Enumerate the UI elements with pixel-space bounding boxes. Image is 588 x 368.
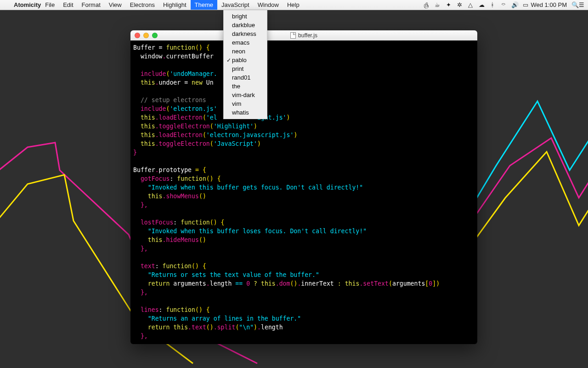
theme-option-vim[interactable]: vim [224, 99, 267, 108]
code-line: return this.text().split("\n").length [133, 323, 475, 332]
app-name[interactable]: Atomicity [14, 1, 41, 8]
theme-option-label: the [232, 83, 240, 90]
theme-option-print[interactable]: print [224, 64, 267, 73]
code-line: this.showMenus() [133, 192, 475, 201]
app-menus: FileEditFormatViewElectronsHighlightThem… [41, 0, 303, 10]
theme-option-darkblue[interactable]: darkblue [224, 21, 267, 29]
menu-view[interactable]: View [105, 0, 126, 10]
code-line [133, 87, 475, 96]
cloud-icon[interactable]: ☁︎ [478, 1, 485, 8]
code-line: include('undoManager. [133, 69, 475, 78]
theme-option-label: emacs [232, 39, 249, 46]
menu-edit[interactable]: Edit [59, 0, 77, 10]
code-line: window.currentBuffer [133, 52, 475, 61]
code-line: this.hideMenus() [133, 236, 475, 244]
code-line: "Invoked when this buffer gets focus. Do… [133, 183, 475, 192]
code-line: this.undoer = new Un [133, 78, 475, 87]
theme-option-darkness[interactable]: darkness [224, 29, 267, 38]
theme-option-label: whatis [232, 109, 249, 116]
theme-option-neon[interactable]: neon [224, 47, 267, 56]
theme-option-vim-dark[interactable]: vim-dark [224, 91, 267, 99]
clock[interactable]: Wed 1:00 PM [531, 1, 567, 8]
menu-highlight[interactable]: Highlight [159, 0, 191, 10]
code-line [133, 209, 475, 218]
window-titlebar[interactable]: buffer.js [130, 30, 477, 40]
code-line: include('electron.js' [133, 104, 475, 113]
theme-option-label: vim [232, 100, 241, 107]
code-line: this.loadElectron('electron.javascript.j… [133, 131, 475, 139]
theme-option-emacs[interactable]: emacs [224, 38, 267, 47]
document-icon [290, 32, 296, 39]
key-icon[interactable]: ✦ [445, 1, 452, 8]
theme-option-label: print [232, 65, 243, 72]
code-line [133, 157, 475, 166]
theme-option-whatis[interactable]: whatis [224, 108, 267, 117]
menu-javascript[interactable]: JavaScript [217, 0, 254, 10]
puzzle-icon[interactable]: ✲ [456, 1, 463, 8]
volume-icon[interactable]: 🔊 [511, 1, 518, 8]
window-title: buffer.js [298, 32, 317, 39]
status-tray: ௹☕︎✦✲△☁︎ᚼ⌔🔊▭ [423, 1, 529, 9]
code-line: lostFocus: function() { [133, 218, 475, 227]
code-line [133, 61, 475, 69]
theme-option-rand01[interactable]: rand01 [224, 73, 267, 82]
theme-option-label: vim-dark [232, 92, 255, 98]
code-line: "Invoked when this buffer loses focus. D… [133, 227, 475, 236]
code-line: this.toggleElectron('Highlight') [133, 122, 475, 131]
code-line: text: function() { [133, 262, 475, 270]
code-line: "Returns or sets the text value of the b… [133, 270, 475, 279]
theme-option-pablo[interactable]: pablo [224, 56, 267, 64]
bluetooth-icon[interactable]: ᚼ [489, 1, 496, 8]
theme-option-label: bright [232, 13, 247, 20]
code-line: }, [133, 201, 475, 209]
code-line: Buffer.prototype = { [133, 166, 475, 174]
checkmark-icon [226, 57, 232, 63]
spotlight-icon[interactable]: 🔍 [571, 1, 579, 8]
code-line: lines: function() { [133, 305, 475, 314]
macos-menubar: Atomicity FileEditFormatViewElectronsHig… [0, 0, 588, 10]
code-line: }, [133, 332, 475, 340]
swirl-icon[interactable]: ௹ [423, 1, 430, 9]
battery-icon[interactable]: ▭ [522, 1, 529, 8]
code-line: }, [133, 288, 475, 297]
theme-option-label: darkness [232, 30, 256, 37]
code-line: Buffer = function() { [133, 43, 475, 52]
code-line [133, 297, 475, 305]
theme-option-the[interactable]: the [224, 82, 267, 91]
menu-electrons[interactable]: Electrons [126, 0, 159, 10]
code-editor[interactable]: Buffer = function() { window.currentBuff… [130, 40, 477, 343]
code-line: // setup electrons [133, 96, 475, 104]
theme-option-label: rand01 [232, 74, 250, 81]
code-line: return arguments.length == 0 ? this.dom(… [133, 279, 475, 288]
code-line [133, 253, 475, 262]
notification-center-icon[interactable]: ☰ [579, 1, 584, 8]
code-line: this.loadElectron('el ight.js') [133, 113, 475, 122]
theme-option-label: darkblue [232, 22, 255, 29]
menu-window[interactable]: Window [254, 0, 283, 10]
menu-help[interactable]: Help [283, 0, 304, 10]
code-line: this.toggleElectron('JavaScript') [133, 139, 475, 148]
theme-option-bright[interactable]: bright [224, 12, 267, 21]
menu-theme[interactable]: Theme [191, 0, 217, 10]
drive-icon[interactable]: △ [467, 1, 474, 8]
menu-file[interactable]: File [41, 0, 59, 10]
theme-dropdown: brightdarkbluedarknessemacsneonpabloprin… [223, 10, 267, 119]
editor-window: buffer.js Buffer = function() { window.c… [130, 30, 477, 344]
coffee-icon[interactable]: ☕︎ [434, 1, 441, 8]
menu-format[interactable]: Format [78, 0, 105, 10]
code-line: } [133, 148, 475, 157]
theme-option-label: pablo [232, 57, 247, 63]
code-line: "Returns an array of lines in the buffer… [133, 314, 475, 323]
code-line: }, [133, 244, 475, 253]
theme-option-label: neon [232, 48, 245, 55]
code-line: gotFocus: function() { [133, 174, 475, 183]
wifi-icon[interactable]: ⌔ [500, 1, 507, 8]
